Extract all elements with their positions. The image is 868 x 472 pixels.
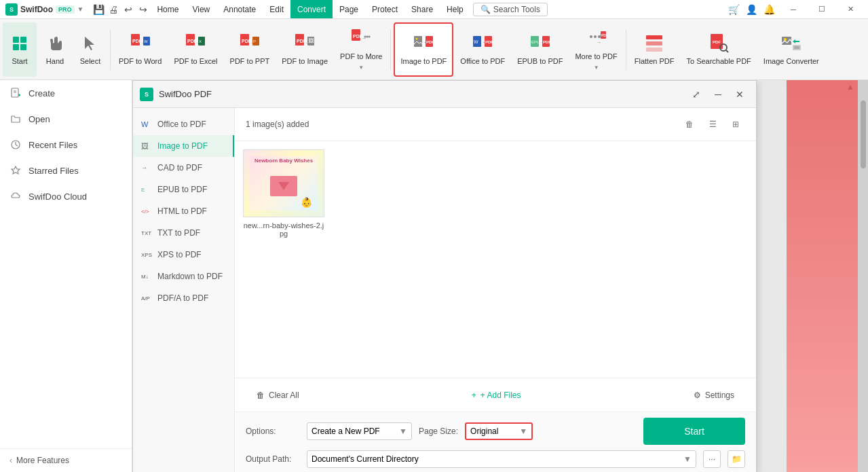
nav-txt-icon: TXT bbox=[141, 230, 152, 236]
menu-view[interactable]: View bbox=[185, 0, 216, 18]
nav-html-to-pdf[interactable]: </> HTML to PDF bbox=[133, 200, 234, 222]
dropdown-arrow-icon[interactable]: ▼ bbox=[77, 5, 84, 13]
svg-rect-1 bbox=[20, 37, 26, 43]
dialog-expand-icon[interactable]: ⤢ bbox=[687, 85, 706, 104]
sidebar-item-recent-files[interactable]: Recent Files bbox=[0, 132, 132, 158]
scrollbar-thumb[interactable] bbox=[861, 101, 866, 168]
svg-point-46 bbox=[590, 35, 592, 38]
toolbar-image-to-pdf[interactable]: → PDF Image to PDF bbox=[394, 22, 453, 77]
settings-button[interactable]: ⚙ Settings bbox=[683, 386, 745, 404]
grid-view-icon[interactable]: ⊞ bbox=[726, 115, 745, 134]
titlebar-right: 🛒 👤 🔔 ─ ☐ ✕ bbox=[727, 0, 868, 19]
dialog-minimize-icon[interactable]: ─ bbox=[709, 85, 728, 104]
svg-text:W: W bbox=[474, 39, 478, 44]
output-path-value: Document's Current Directory bbox=[312, 454, 419, 464]
menu-page[interactable]: Page bbox=[333, 0, 365, 18]
dialog-close-icon[interactable]: ✕ bbox=[730, 85, 749, 104]
nav-office-to-pdf[interactable]: W Office to PDF bbox=[133, 113, 234, 135]
close-button[interactable]: ✕ bbox=[837, 0, 864, 19]
dialog-titlebar: S SwifDoo PDF ⤢ ─ ✕ bbox=[133, 81, 756, 108]
create-option-arrow-icon: ▼ bbox=[399, 426, 407, 436]
svg-text:PDF: PDF bbox=[485, 40, 493, 44]
toolbar-pdf-to-word[interactable]: PDF → W PDF to Word bbox=[113, 22, 167, 77]
toolbar-to-searchable-pdf[interactable]: PDF To Searchable PDF bbox=[681, 22, 756, 77]
toolbar-office-to-pdf[interactable]: W → PDF Office to PDF bbox=[455, 22, 510, 77]
maximize-button[interactable]: ☐ bbox=[808, 0, 835, 19]
clear-all-button[interactable]: 🗑 Clear All bbox=[246, 386, 310, 404]
print-icon[interactable]: 🖨 bbox=[107, 3, 120, 16]
menu-protect[interactable]: Protect bbox=[365, 0, 404, 18]
right-accent-panel bbox=[787, 80, 868, 472]
start-button[interactable]: Start bbox=[643, 418, 745, 445]
svg-rect-59 bbox=[782, 37, 791, 45]
menu-convert[interactable]: Convert bbox=[290, 0, 333, 18]
toolbar-pdf-to-excel-label: PDF to Excel bbox=[174, 57, 217, 66]
svg-point-32 bbox=[416, 37, 418, 39]
file-count-bar: 1 image(s) added 🗑 ☰ ⊞ bbox=[235, 108, 756, 141]
toolbar-pdf-to-ppt[interactable]: PDF → P PDF to PPT bbox=[225, 22, 276, 77]
svg-line-58 bbox=[726, 50, 728, 52]
minimize-button[interactable]: ─ bbox=[780, 0, 807, 19]
add-files-button[interactable]: + + Add Files bbox=[461, 386, 532, 404]
nav-xps-to-pdf[interactable]: XPS XPS to PDF bbox=[133, 244, 234, 266]
epub-to-pdf-icon: EPUB → PDF bbox=[529, 33, 551, 54]
content-area: ▲ S SwifDoo PDF ⤢ ─ ✕ W Office to bbox=[132, 80, 868, 472]
toolbar-image-to-pdf-label: Image to PDF bbox=[400, 57, 447, 66]
undo-icon[interactable]: ↩ bbox=[121, 3, 135, 16]
scrollbar[interactable] bbox=[858, 80, 868, 472]
save-icon[interactable]: 💾 bbox=[92, 3, 105, 16]
nav-cad-to-pdf[interactable]: → CAD to PDF bbox=[133, 157, 234, 179]
nav-txt-to-pdf[interactable]: TXT TXT to PDF bbox=[133, 222, 234, 244]
svg-text:PDF: PDF bbox=[426, 40, 434, 44]
menu-home[interactable]: Home bbox=[150, 0, 185, 18]
notification-icon[interactable]: 🔔 bbox=[762, 3, 776, 16]
toolbar-pdf-to-more[interactable]: PDF → PDF to More ▼ bbox=[335, 22, 388, 77]
toolbar-hand[interactable]: Hand bbox=[38, 22, 72, 77]
output-path-input[interactable]: Document's Current Directory ▼ bbox=[307, 450, 696, 468]
svg-point-30 bbox=[369, 36, 371, 38]
sidebar-item-starred-files[interactable]: Starred Files bbox=[0, 158, 132, 183]
create-option-select[interactable]: Create a New PDF ▼ bbox=[307, 422, 412, 440]
nav-cad-to-pdf-label: CAD to PDF bbox=[157, 163, 202, 173]
svg-point-28 bbox=[364, 36, 366, 38]
list-view-icon[interactable]: ☰ bbox=[703, 115, 722, 134]
search-tools-button[interactable]: 🔍 Search Tools bbox=[473, 3, 548, 16]
sidebar-item-swifdoo-cloud[interactable]: SwifDoo Cloud bbox=[0, 183, 132, 209]
sidebar-item-open[interactable]: Open bbox=[0, 106, 132, 132]
page-size-select[interactable]: Original ▼ bbox=[465, 422, 533, 440]
toolbar-pdf-to-excel[interactable]: PDF → X PDF to Excel bbox=[168, 22, 223, 77]
account-icon[interactable]: 👤 bbox=[744, 3, 758, 16]
app-logo[interactable]: S SwifDoo PRO ▼ bbox=[0, 3, 89, 16]
office-to-pdf-icon: W → PDF bbox=[472, 33, 493, 54]
sidebar-item-create[interactable]: Create bbox=[0, 80, 132, 106]
menu-help[interactable]: Help bbox=[440, 0, 470, 18]
sidebar-more-features[interactable]: ‹ More Features bbox=[0, 448, 132, 472]
menu-edit[interactable]: Edit bbox=[263, 0, 290, 18]
sidebar-starred-files-label: Starred Files bbox=[29, 166, 79, 176]
nav-epub-to-pdf[interactable]: E EPUB to PDF bbox=[133, 179, 234, 200]
output-path-more-button[interactable]: ··· bbox=[703, 450, 721, 468]
svg-text:🖼: 🖼 bbox=[308, 38, 314, 44]
toolbar-select[interactable]: Select bbox=[73, 22, 107, 77]
svg-text:W: W bbox=[144, 39, 148, 43]
delete-icon[interactable]: 🗑 bbox=[680, 115, 699, 134]
toolbar-epub-to-pdf[interactable]: EPUB → PDF EPUB to PDF bbox=[512, 22, 568, 77]
cart-icon[interactable]: 🛒 bbox=[727, 3, 740, 16]
swifdoo-cloud-icon bbox=[10, 190, 22, 202]
menu-share[interactable]: Share bbox=[404, 0, 440, 18]
nav-epub-to-pdf-label: EPUB to PDF bbox=[157, 185, 207, 194]
redo-icon[interactable]: ↪ bbox=[136, 3, 150, 16]
nav-image-to-pdf[interactable]: 🖼 Image to PDF bbox=[133, 135, 234, 157]
output-path-browse-button[interactable]: 📁 bbox=[728, 450, 745, 468]
toolbar-pdf-to-image[interactable]: PDF → 🖼 PDF to Image bbox=[276, 22, 333, 77]
menu-annotate[interactable]: Annotate bbox=[216, 0, 263, 18]
pdf-to-excel-icon: PDF → X bbox=[185, 33, 206, 54]
toolbar-more-to-pdf[interactable]: → PDF More to PDF ▼ bbox=[569, 22, 622, 77]
nav-markdown-to-pdf[interactable]: M↓ Markdown to PDF bbox=[133, 266, 234, 287]
toolbar-image-converter-label: Image Converter bbox=[763, 57, 819, 66]
toolbar-flatten-pdf[interactable]: Flatten PDF bbox=[629, 22, 680, 77]
toolbar-image-converter[interactable]: Image Converter bbox=[758, 22, 825, 77]
file-item[interactable]: Newborn Baby Wishes 👶 new...rn-baby-wish… bbox=[243, 149, 324, 238]
nav-pdfa-to-pdf[interactable]: A/P PDF/A to PDF bbox=[133, 287, 234, 309]
toolbar-start[interactable]: Start bbox=[3, 22, 37, 77]
